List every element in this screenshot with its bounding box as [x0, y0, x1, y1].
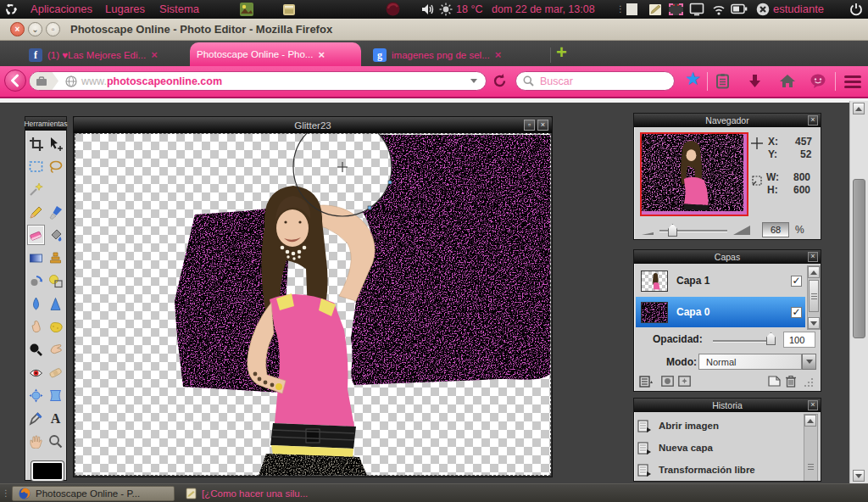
window-maximize-button[interactable]: ▫ [46, 22, 60, 36]
tab-close-icon[interactable]: × [495, 49, 502, 60]
navigator-thumbnail[interactable] [640, 132, 748, 216]
tab-close-icon[interactable]: × [318, 49, 325, 60]
tool-hand[interactable] [27, 431, 45, 451]
tool-eraser-active[interactable] [27, 225, 45, 245]
canvas[interactable] [75, 133, 551, 476]
opacity-slider-handle[interactable] [766, 332, 776, 345]
zoom-value-box[interactable]: 68 [762, 222, 789, 237]
tray-display-icon[interactable] [689, 3, 704, 16]
url-bar[interactable]: www.photoscapeonline.com [29, 71, 487, 91]
layer-settings-icon[interactable] [639, 376, 653, 388]
power-icon[interactable] [849, 3, 863, 16]
clock[interactable]: dom 22 de mar, 13:08 [492, 0, 595, 19]
tool-sharpen[interactable] [47, 293, 64, 314]
taskbar-item-document[interactable]: [¿Como hacer una silu... [180, 486, 356, 501]
layers-titlebar[interactable]: Capas × [634, 250, 821, 264]
status-app-icon[interactable] [386, 2, 400, 16]
layer-visibility-checkbox[interactable]: ✓ [791, 276, 802, 287]
blend-mode-select[interactable]: Normal [698, 354, 802, 370]
history-close-icon[interactable]: × [808, 400, 818, 410]
tool-pencil[interactable] [27, 202, 45, 222]
ubuntu-logo-icon[interactable] [4, 3, 18, 16]
tool-red-eye[interactable] [27, 362, 45, 382]
blend-mode-dropdown-icon[interactable] [802, 354, 816, 370]
window-close-button[interactable]: × [10, 22, 25, 36]
search-bar[interactable] [515, 71, 675, 91]
tool-smudge[interactable] [27, 316, 45, 337]
delete-layer-icon[interactable] [785, 375, 797, 388]
tab-google-images[interactable]: g imagenes png de sel... × [366, 43, 546, 66]
tool-gradient[interactable] [27, 248, 45, 268]
tab-photoscape-active[interactable]: Photoscape Online - Pho... × [190, 42, 361, 66]
new-layer-icon[interactable] [768, 376, 781, 387]
canvas-maximize-icon[interactable]: ▫ [524, 120, 535, 131]
scroll-down-icon[interactable] [808, 317, 820, 329]
opacity-slider-track[interactable] [713, 340, 769, 342]
tool-bloat[interactable] [27, 385, 45, 405]
tray-screenshare-icon[interactable] [668, 3, 684, 16]
tool-wand[interactable] [27, 179, 45, 199]
layer-visibility-checkbox[interactable]: ✓ [791, 307, 802, 318]
reload-icon[interactable] [492, 73, 508, 89]
tool-burn[interactable] [47, 339, 64, 360]
tool-color-picker[interactable] [27, 408, 45, 428]
history-item-partial[interactable] [637, 480, 798, 482]
tool-fill[interactable] [47, 225, 64, 245]
layers-scrollbar[interactable] [807, 265, 821, 330]
tool-marquee[interactable] [27, 156, 45, 176]
taskbar-item-photoscape[interactable]: Photoscape Online - P... [12, 486, 175, 501]
canvas-close-icon[interactable]: × [537, 120, 548, 131]
launcher-notes-app-icon[interactable] [282, 3, 296, 16]
user-name[interactable]: estudiante [773, 0, 824, 19]
tool-blur[interactable] [27, 293, 45, 314]
download-icon[interactable] [747, 73, 763, 89]
tool-sponge[interactable] [47, 316, 64, 337]
scroll-thumb[interactable] [853, 179, 865, 338]
tool-move[interactable] [47, 133, 64, 153]
url-dropdown-icon[interactable] [470, 79, 477, 83]
history-item-transformacion-libre[interactable]: Transformación libre [637, 460, 798, 480]
tool-zoom[interactable] [47, 431, 64, 451]
navigator-close-icon[interactable]: × [808, 115, 818, 126]
weather-icon[interactable] [439, 3, 453, 16]
layer-style-icon[interactable] [678, 376, 691, 387]
tab-facebook[interactable]: f (1) ♥Las Mejores Edi... × [22, 43, 186, 66]
tool-stamp[interactable] [47, 248, 64, 268]
layer-row-capa0-selected[interactable]: Capa 0 ✓ [636, 297, 805, 327]
tool-lasso[interactable] [47, 156, 64, 176]
window-minimize-button[interactable]: ⌄ [28, 22, 42, 36]
chat-icon[interactable] [810, 73, 826, 89]
foreground-color-swatch[interactable] [31, 461, 64, 481]
new-tab-button[interactable]: + [556, 42, 567, 64]
temperature[interactable]: 18 °C [456, 0, 482, 19]
back-button[interactable] [4, 70, 26, 92]
opacity-value-box[interactable]: 100 [783, 332, 815, 348]
tray-battery-icon[interactable] [731, 3, 748, 14]
resize-grip-icon[interactable] [804, 377, 814, 388]
history-item-abrir-imagen[interactable]: Abrir imagen [637, 416, 798, 436]
tray-wifi-icon[interactable] [712, 3, 726, 16]
volume-icon[interactable] [421, 3, 435, 16]
layers-close-icon[interactable]: × [808, 252, 818, 262]
menu-sistema[interactable]: Sistema [159, 0, 199, 19]
history-item-nueva-capa[interactable]: Nueva capa [637, 438, 798, 458]
menu-lugares[interactable]: Lugares [105, 0, 145, 19]
tray-notes-icon[interactable] [648, 3, 663, 16]
tool-brush[interactable] [47, 202, 64, 222]
scroll-up-icon[interactable] [853, 103, 865, 114]
site-identity-chip[interactable] [30, 72, 58, 90]
navigator-titlebar[interactable]: Navegador × [634, 114, 821, 127]
zoom-slider-handle[interactable] [668, 224, 677, 237]
home-icon[interactable] [779, 73, 796, 89]
tools-panel-titlebar[interactable]: Herramientas [25, 117, 66, 131]
canvas-titlebar[interactable]: Glitter23 ▫ × [74, 117, 552, 133]
zoom-slider[interactable]: 68 % [641, 222, 815, 237]
tool-pinch[interactable] [47, 385, 64, 405]
tray-window-icon[interactable] [626, 3, 638, 16]
url-text[interactable]: www.photoscapeonline.com [81, 75, 222, 87]
scroll-up-icon[interactable] [808, 266, 820, 278]
tool-dodge[interactable] [27, 339, 45, 360]
tool-heal[interactable] [47, 362, 64, 382]
layer-row-capa1[interactable]: Capa 1 ✓ [636, 265, 805, 296]
zoom-out-icon[interactable] [641, 227, 654, 236]
